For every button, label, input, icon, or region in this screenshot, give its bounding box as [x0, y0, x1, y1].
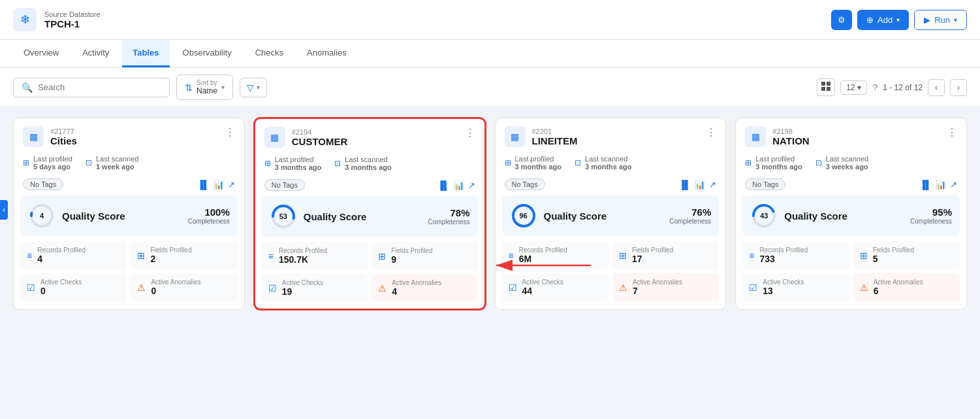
bar-chart-icon: ▐▌	[437, 180, 449, 190]
grid-view-button[interactable]	[817, 78, 835, 96]
bar-chart-icon: ▐▌	[679, 180, 691, 190]
fields-icon: ⊞	[860, 250, 868, 261]
tag-label: No Tags	[264, 179, 305, 191]
table-icon: ▦	[505, 126, 526, 147]
card-tags: No Tags ▐▌ 📊 ↗	[496, 176, 726, 195]
search-box: 🔍	[13, 78, 170, 97]
table-icon: ▦	[23, 126, 44, 147]
card-tags: No Tags ▐▌ 📊 ↗	[736, 176, 966, 195]
records-icon: ≡	[749, 250, 754, 261]
fields-profiled-stat: ⊞ Fields Profiled 17	[612, 241, 719, 269]
quality-score-number: 96	[519, 212, 527, 220]
scanned-icon: ⊡	[815, 158, 822, 167]
prev-page-button[interactable]: ‹	[928, 79, 945, 96]
fields-icon: ⊞	[619, 250, 627, 261]
line-chart-icon: ↗	[468, 180, 475, 190]
more-options-icon[interactable]: ⋮	[225, 126, 235, 139]
last-profiled-label: Last profiled3 months ago	[275, 156, 322, 171]
card-id: #2198	[772, 127, 809, 135]
tab-checks[interactable]: Checks	[245, 40, 294, 67]
quality-circle: 4	[28, 202, 55, 229]
sort-button[interactable]: ⇅ Sort by Name ▾	[176, 75, 233, 100]
checks-icon: ☑	[27, 282, 35, 293]
quality-pct-number: 95%	[910, 207, 952, 218]
fields-label: Fields Profiled	[391, 247, 432, 254]
more-options-icon[interactable]: ⋮	[706, 126, 716, 139]
table-icon: ▦	[264, 127, 285, 148]
tag-label: No Tags	[23, 178, 63, 190]
run-button[interactable]: ▶ Run ▾	[914, 10, 967, 30]
more-options-icon[interactable]: ⋮	[465, 127, 475, 139]
fields-profiled-stat: ⊞ Fields Profiled 5	[853, 241, 960, 269]
svg-rect-2	[821, 87, 825, 91]
card-id: #21777	[50, 127, 77, 135]
tab-observability[interactable]: Observability	[172, 40, 242, 67]
records-value: 6M	[519, 254, 567, 264]
next-page-button[interactable]: ›	[950, 79, 967, 96]
line-chart-icon: ↗	[950, 180, 957, 190]
table-card-nation[interactable]: ▦ #2198 NATION ⋮ ⊞ Last profiled3 months…	[735, 118, 967, 310]
last-profiled-label: Last profiled5 days ago	[33, 155, 72, 171]
quality-score-number: 43	[760, 212, 768, 220]
sort-label: Sort by	[197, 79, 217, 86]
filter-button[interactable]: ▽ ▾	[240, 78, 267, 97]
tab-tables[interactable]: Tables	[122, 40, 169, 67]
anomalies-label: Active Anomalies	[151, 278, 200, 286]
tab-overview[interactable]: Overview	[13, 40, 69, 67]
scanned-icon: ⊡	[334, 159, 341, 168]
search-icon: 🔍	[22, 82, 33, 93]
cards-grid: ▦ #21777 Cities ⋮ ⊞ Last profiled5 days …	[0, 107, 980, 320]
page-size-value: 12	[846, 83, 855, 92]
help-icon: ?	[872, 82, 877, 93]
anomalies-value: 7	[633, 286, 682, 296]
table-card-cities[interactable]: ▦ #21777 Cities ⋮ ⊞ Last profiled5 days …	[13, 118, 245, 310]
tab-activity[interactable]: Activity	[72, 40, 119, 67]
page-size-select[interactable]: 12 ▾	[840, 80, 867, 95]
quality-pct-number: 78%	[428, 207, 470, 218]
card-name: Cities	[50, 135, 77, 146]
card-header: ▦ #2198 NATION ⋮	[736, 118, 966, 152]
line-chart-icon: ↗	[709, 180, 716, 190]
sidebar-toggle[interactable]: ‹	[0, 200, 8, 220]
checks-label: Active Checks	[40, 278, 82, 286]
bar-chart-icon: ▐▌	[197, 180, 209, 190]
quality-pct-label: Completeness	[910, 218, 952, 225]
header: ❄ Source Datastore TPCH-1 ⚙ ⊕ Add ▾ ▶ Ru…	[0, 0, 980, 40]
quality-label: Quality Score	[62, 210, 182, 222]
anomaly-icon: ⚠	[619, 282, 627, 293]
card-tags: No Tags ▐▌ 📊 ↗	[14, 176, 244, 195]
svg-rect-0	[821, 82, 825, 86]
table-card-customer[interactable]: ▦ #2194 CUSTOMER ⋮ ⊞ Last profiled3 mont…	[254, 118, 486, 310]
records-label: Records Profiled	[519, 246, 567, 254]
quality-score-section: 4 Quality Score 100% Completeness	[20, 195, 238, 236]
toolbar: 🔍 ⇅ Sort by Name ▾ ▽ ▾ 12 ▾ ? 1 - 12 of …	[0, 68, 980, 107]
checks-value: 44	[522, 286, 563, 296]
tab-anomalies[interactable]: Anomalies	[296, 40, 357, 67]
checks-value: 0	[40, 286, 82, 296]
card-name: LINEITEM	[532, 135, 578, 146]
fields-value: 2	[150, 254, 191, 264]
table-card-lineitem[interactable]: ▦ #2201 LINEITEM ⋮ ⊞ Last profiled3 mont…	[495, 118, 727, 310]
last-scanned-label: Last scanned1 week ago	[96, 155, 138, 171]
card-stats: ≡ Records Profiled 4 ⊞ Fields Profiled 2…	[14, 241, 244, 308]
tag-label: No Tags	[505, 178, 545, 190]
search-input[interactable]	[38, 82, 161, 92]
checks-value: 19	[282, 286, 323, 297]
quality-pct-label: Completeness	[428, 218, 470, 226]
table-icon: ▦	[745, 126, 766, 147]
quality-score-section: 43 Quality Score 95% Completeness	[742, 195, 960, 236]
fields-value: 17	[632, 254, 673, 264]
fields-label: Fields Profiled	[632, 246, 673, 254]
last-profiled-label: Last profiled3 months ago	[755, 155, 802, 171]
checks-label: Active Checks	[763, 278, 804, 286]
anomalies-label: Active Anomalies	[874, 278, 923, 286]
add-button[interactable]: ⊕ Add ▾	[857, 10, 909, 30]
nav-tabs: Overview Activity Tables Observability C…	[0, 40, 980, 68]
profiled-icon: ⊞	[505, 158, 511, 167]
card-meta: ⊞ Last profiled3 months ago ⊡ Last scann…	[496, 152, 726, 176]
settings-button[interactable]: ⚙	[831, 10, 852, 30]
last-profiled-label: Last profiled3 months ago	[515, 155, 562, 171]
quality-score-number: 4	[40, 212, 44, 220]
sort-value: Name	[197, 86, 217, 95]
more-options-icon[interactable]: ⋮	[947, 126, 957, 139]
